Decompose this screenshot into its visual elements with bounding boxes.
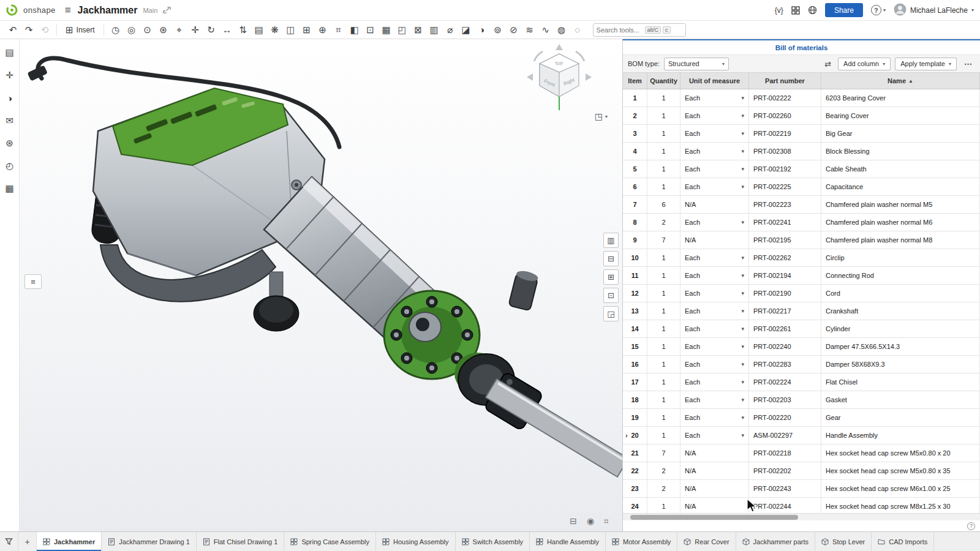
table-row[interactable]: 21Each▾PRT-002260Bearing Cover [623, 107, 980, 125]
appearance-icon[interactable]: ◑ [474, 23, 490, 37]
mate-relation-icon[interactable]: ⊛ [156, 23, 172, 37]
bom-quantity-cell[interactable]: 1 [647, 267, 680, 284]
bom-item-cell[interactable]: 8 [623, 214, 647, 231]
bom-name-cell[interactable]: Capacitance [821, 178, 980, 195]
bom-quantity-cell[interactable]: 2 [647, 480, 680, 497]
named-views-icon[interactable]: ◷ [108, 23, 124, 37]
assembly-tree-toggle[interactable]: ≡ [24, 274, 42, 289]
bom-part-number-cell[interactable]: PRT-002262 [749, 249, 821, 266]
bom-name-cell[interactable]: Bearing Cover [821, 107, 980, 124]
bom-part-number-cell[interactable]: PRT-002308 [749, 143, 821, 160]
bom-quantity-cell[interactable]: 2 [647, 214, 680, 231]
bom-item-cell[interactable]: 23 [623, 480, 647, 497]
bom-uom-cell[interactable]: Each▾ [680, 302, 749, 320]
bom-part-number-cell[interactable]: PRT-002283 [749, 356, 821, 373]
dropdown-caret-icon[interactable]: ▾ [741, 379, 744, 385]
dropdown-caret-icon[interactable]: ▾ [741, 219, 744, 225]
user-menu[interactable]: Michael LaFleche ▾ [894, 3, 974, 18]
table-row[interactable]: 31Each▾PRT-002219Big Gear [623, 125, 980, 143]
bom-uom-cell[interactable]: Each▾ [680, 107, 749, 124]
main-menu-icon[interactable]: ≡ [64, 4, 72, 17]
dropdown-caret-icon[interactable]: ▾ [741, 432, 744, 438]
bom-uom-cell[interactable]: Each▾ [680, 143, 749, 160]
table-row[interactable]: 97N/APRT-002195Chamfered plain washer no… [623, 231, 980, 249]
snapshot-icon[interactable]: ◉ [587, 516, 594, 527]
bom-uom-cell[interactable]: Each▾ [680, 267, 749, 284]
table-row[interactable]: 141Each▾PRT-002261Cylinder [623, 320, 980, 338]
align-parts-icon[interactable]: ⇅ [235, 23, 251, 37]
tab-stop-lever[interactable]: Stop Lever [815, 532, 872, 551]
bom-part-number-cell[interactable]: PRT-002190 [749, 285, 821, 302]
bom-quantity-cell[interactable]: 1 [647, 427, 680, 444]
replicate-icon[interactable]: ⊞ [299, 23, 315, 37]
view-cube[interactable]: Top Front Right [523, 42, 595, 118]
add-column-button[interactable]: Add column ▾ [838, 58, 891, 70]
bom-name-cell[interactable]: Crankshaft [821, 302, 980, 320]
spring-icon[interactable]: ≋ [522, 23, 538, 37]
tab-rear-cover[interactable]: Rear Cover [677, 532, 736, 551]
group-icon[interactable]: ⊙ [140, 23, 156, 37]
bom-quantity-cell[interactable]: 1 [647, 391, 680, 408]
table-row[interactable]: 111Each▾PRT-002194Connecting Rod [623, 267, 980, 285]
tab-motor-assembly[interactable]: Motor Assembly [606, 532, 677, 551]
bom-item-cell[interactable]: 5 [623, 160, 647, 178]
markup-flyout-icon[interactable]: ◲ [603, 306, 619, 321]
bom-name-cell[interactable]: Damper 58X68X9.3 [821, 356, 980, 373]
tab-housing-assembly[interactable]: Housing Assembly [376, 532, 456, 551]
dropdown-caret-icon[interactable]: ▾ [741, 290, 744, 296]
horizontal-scrollbar[interactable] [623, 513, 980, 520]
table-row[interactable]: 82Each▾PRT-002241Chamfered plain washer … [623, 214, 980, 231]
bom-quantity-cell[interactable]: 1 [647, 498, 680, 513]
fastener-icon[interactable]: ⊘ [506, 23, 522, 37]
insert-button[interactable]: ⊞ Insert [61, 21, 100, 39]
bom-name-cell[interactable]: Hex socket head cap screw M5x0.80 x 20 [821, 444, 980, 462]
bom-uom-cell[interactable]: N/A [680, 196, 749, 213]
bom-item-cell[interactable]: 9 [623, 231, 647, 249]
more-options-icon[interactable]: ⋯ [961, 59, 975, 69]
bom-flyout-icon[interactable]: ▥ [603, 233, 619, 248]
tab-flat-chisel-drawing-1[interactable]: Flat Chisel Drawing 1 [197, 532, 285, 551]
bom-item-cell[interactable]: 3 [623, 125, 647, 142]
bom-item-cell[interactable]: 19 [623, 409, 647, 426]
column-header-quantity[interactable]: Quantity [647, 73, 680, 89]
dropdown-caret-icon[interactable]: ▾ [741, 343, 744, 350]
bom-name-cell[interactable]: Cylinder [821, 320, 980, 337]
bom-item-cell[interactable]: 12 [623, 285, 647, 302]
table-row[interactable]: 191Each▾PRT-002220Gear [623, 409, 980, 427]
bom-uom-cell[interactable]: N/A [680, 462, 749, 479]
sort-ascending-icon[interactable]: ▲ [908, 78, 913, 84]
move-part-icon[interactable]: ✛ [187, 23, 203, 37]
bom-name-cell[interactable]: Cord [821, 285, 980, 302]
bom-uom-cell[interactable]: Each▾ [680, 160, 749, 178]
table-row[interactable]: 241N/APRT-002244Hex socket head cap scre… [623, 498, 980, 513]
measure-icon[interactable]: ⌀ [442, 23, 458, 37]
display-states-icon[interactable]: ◧ [347, 23, 363, 37]
table-row[interactable]: 171Each▾PRT-002224Flat Chisel [623, 373, 980, 391]
bom-item-cell[interactable]: 2 [623, 107, 647, 124]
bom-uom-cell[interactable]: Each▾ [680, 320, 749, 337]
bom-part-number-cell[interactable]: PRT-002261 [749, 320, 821, 337]
dropdown-caret-icon[interactable]: ▾ [741, 272, 744, 279]
tables-icon[interactable]: ▦ [2, 181, 18, 196]
rotate-part-icon[interactable]: ↻ [203, 23, 219, 37]
bom-table-icon[interactable]: ▥ [426, 23, 442, 37]
resource-help-icon[interactable]: ? [967, 522, 975, 530]
undo-icon[interactable]: ↶ [5, 23, 21, 37]
bom-item-cell[interactable]: 15 [623, 338, 647, 355]
snap-mode-icon[interactable]: ⌖ [172, 23, 187, 37]
bom-item-cell[interactable]: 6 [623, 178, 647, 195]
print-view-icon[interactable]: ⊟ [570, 516, 577, 527]
bom-item-cell[interactable]: 4 [623, 143, 647, 160]
add-tab-button[interactable]: + [18, 532, 37, 551]
bom-uom-cell[interactable]: Each▾ [680, 89, 749, 107]
bom-name-cell[interactable]: Cable Sheath [821, 160, 980, 178]
bom-quantity-cell[interactable]: 1 [647, 178, 680, 195]
table-row[interactable]: 151Each▾PRT-002240Damper 47.5X66.5X14.3 [623, 338, 980, 356]
bom-uom-cell[interactable]: Each▾ [680, 249, 749, 266]
bom-uom-cell[interactable]: N/A [680, 480, 749, 497]
column-header-name[interactable]: Name ▲ [821, 73, 980, 89]
bom-part-number-cell[interactable]: PRT-002220 [749, 409, 821, 426]
dropdown-caret-icon[interactable]: ▾ [741, 130, 744, 137]
bom-item-cell[interactable]: 11 [623, 267, 647, 284]
redo-icon[interactable]: ↷ [21, 23, 37, 37]
